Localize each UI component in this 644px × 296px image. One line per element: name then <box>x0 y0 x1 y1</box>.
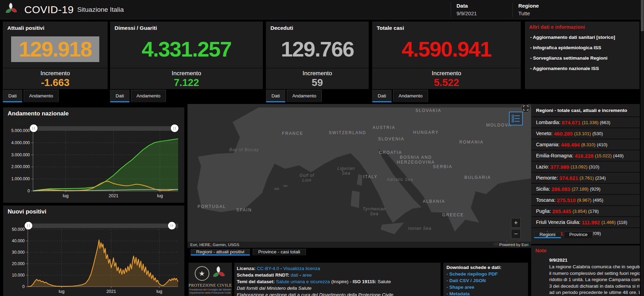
card-tabs-deceduti: Dati Andamento <box>266 90 322 102</box>
map-legend-button[interactable] <box>509 112 523 125</box>
tab-regioni[interactable]: Regioni <box>534 232 561 238</box>
page-scrollbar[interactable] <box>641 0 644 296</box>
tab-regioni-attuali-positivi[interactable]: Regioni - attuali positivi <box>191 249 250 255</box>
footer-logo-line2: Dipartimento della Protezione Civile <box>189 291 232 294</box>
map-attribution-bar: Esri, HERE, Garmin, USGS Powered by Esri <box>187 242 531 248</box>
card-title: Deceduti <box>266 21 369 31</box>
tab-province[interactable]: Province <box>564 232 593 238</box>
license-text: ISO 19115: <box>353 279 376 284</box>
region-attuali: (3.854) <box>572 209 587 214</box>
app-subtitle: Situazione Italia <box>77 6 124 14</box>
svg-text:2021: 2021 <box>106 289 116 294</box>
region-attuali: (13.092) <box>571 164 587 169</box>
tab-dati[interactable]: Dati <box>372 90 392 102</box>
region-attuali: (15.022) <box>595 153 612 158</box>
tab-andamento[interactable]: Andamento <box>287 90 322 102</box>
card-value: 4.590.941 <box>402 38 491 60</box>
region-incremento: (929) <box>590 186 600 192</box>
star-emblem-icon: ★ <box>195 266 209 281</box>
region-incremento: (234) <box>595 175 605 181</box>
region-totale-casi: 377.989 <box>550 164 569 170</box>
note-text-line: il numero complessivo del setting fuori … <box>549 270 640 277</box>
region-row[interactable]: Lazio:377.989(13.092)(310) <box>531 161 640 172</box>
time-slider-track[interactable] <box>33 126 178 131</box>
license-link[interactable]: CC-BY-4.0 <box>257 266 279 271</box>
license-link[interactable]: Visualizza licenza <box>283 266 320 271</box>
country-label-serbia: SERBIA <box>433 164 452 169</box>
tab-dati[interactable]: Dati <box>110 90 129 102</box>
water-label-ionian-sea: Ionian Sea <box>408 226 431 231</box>
powered-by-esri[interactable]: Powered by Esri <box>499 243 528 247</box>
region-name: Friuli Venezia Giulia: <box>536 219 580 225</box>
download-link[interactable]: - Shape aree <box>446 285 528 290</box>
region-attuali: (3.761) <box>579 175 594 181</box>
region-row[interactable]: Toscana:275.510(9.967)(495) <box>531 194 640 205</box>
tab-dati[interactable]: Dati <box>266 90 285 102</box>
country-label-france: FRANCE <box>282 131 303 136</box>
country-label-moldova: MOLDOVA <box>486 123 511 128</box>
license-link[interactable]: aree <box>302 272 312 278</box>
license-link[interactable]: dati <box>291 272 298 278</box>
tab-province-casi-totali[interactable]: Province - casi totali <box>253 249 306 255</box>
card-tabs-dimessi: Dati Andamento <box>110 90 166 102</box>
water-label-ligurian-sea: Ligurian Sea <box>337 166 355 176</box>
footer-logo-title: PROTEZIONE CIVILE <box>189 283 232 288</box>
time-slider-handle-left[interactable] <box>30 124 37 132</box>
andamento-nazionale-panel: Andamento nazionale 5.000.0004.000.0003.… <box>3 107 184 203</box>
tab-dati[interactable]: Dati <box>3 90 22 102</box>
tab-andamento[interactable]: Andamento <box>24 90 59 102</box>
date-value: 9/9/2021 <box>457 10 518 16</box>
region-totale-casi: 460.285 <box>554 131 573 137</box>
card-title: Totale casi <box>372 21 521 31</box>
time-slider-handle-right[interactable] <box>168 222 176 229</box>
region-row[interactable]: Puglia:265.445(3.854)(178) <box>531 205 640 216</box>
altri-dati-link[interactable]: - Aggiornamento dati sanitari [storico] <box>529 34 633 40</box>
water-label-tyrrhenian-sea: Tyrrhenian Sea <box>363 207 386 216</box>
card-dimessi-guariti: Dimessi / Guariti 4.331.257 Incremento 7… <box>110 21 263 89</box>
region-totale-casi: 275.510 <box>557 197 576 203</box>
country-label-spain: SPAIN <box>236 208 252 212</box>
time-slider-handle-right[interactable] <box>171 124 178 132</box>
region-row[interactable]: Emilia-Romagna:416.228(15.022)(449) <box>531 150 640 161</box>
incremento-value: -1.663 <box>3 78 108 88</box>
europe-map[interactable]: FRANCESWITZERLANDAUSTRIASLOVAKIAHUNGARYM… <box>187 104 531 248</box>
download-link[interactable]: - Dati CSV / JSON <box>446 278 528 283</box>
svg-text:20.000: 20.000 <box>12 261 25 266</box>
card-tabs-totale: Dati Andamento <box>372 90 428 102</box>
download-link[interactable]: - Schede riepilogo PDF <box>446 271 528 277</box>
country-label-austria: AUSTRIA <box>373 125 395 130</box>
region-row[interactable]: Piemonte:374.621(3.761)(234) <box>531 172 640 183</box>
svg-text:4.000.000: 4.000.000 <box>11 140 30 145</box>
header-date-section: Data 9/9/2021 <box>451 2 518 17</box>
country-label-greece: GREECE <box>442 212 464 217</box>
country-label-italy: ITALY <box>363 174 378 179</box>
country-label-bulgaria: BULGARIA <box>465 175 491 180</box>
altri-dati-link[interactable]: - Infografica epidemiologica ISS <box>529 45 633 51</box>
download-link[interactable]: - Metadata <box>446 291 528 296</box>
svg-text:0: 0 <box>22 284 25 289</box>
time-slider-track[interactable] <box>28 224 178 228</box>
altri-dati-panel: Altri dati e informazioni - Aggiornament… <box>525 21 639 89</box>
water-label-bay-of-biscay: Bay of Biscay <box>229 147 259 152</box>
region-row[interactable]: Veneto:460.285(13.101)(530) <box>531 128 640 139</box>
map-zoom-in-button[interactable]: + <box>511 218 521 228</box>
region-row[interactable]: Lombardia:874.671(11.338)(663) <box>531 116 640 128</box>
tab-andamento[interactable]: Andamento <box>393 90 428 102</box>
altri-dati-link[interactable]: - Aggiornamento nazionale ISS <box>529 66 633 71</box>
time-slider-handle-left[interactable] <box>25 222 32 229</box>
license-link[interactable]: Salute umana e sicurezza <box>276 279 330 284</box>
svg-text:30.000: 30.000 <box>12 250 25 255</box>
region-name: Piemonte: <box>536 175 558 181</box>
altri-dati-link[interactable]: - Sorveglianza settimanale Regioni <box>529 55 633 61</box>
card-totale-casi: Totale casi 4.590.941 Incremento 5.522 <box>372 21 521 89</box>
region-row[interactable]: Friuli Venezia Giulia:111.992(1.466)(118… <box>531 216 640 227</box>
region-row[interactable]: Sicilia:286.083(27.189)(929) <box>531 183 640 194</box>
license-italic-line: Elaborazione e gestione dati a cura del … <box>237 291 441 296</box>
tab-andamento[interactable]: Andamento <box>131 90 166 102</box>
region-name: Puglia: <box>536 208 551 214</box>
region-row[interactable]: Campania:449.494(8.310)(410) <box>531 139 640 150</box>
scrollbar-thumb[interactable] <box>641 0 644 31</box>
map-zoom-out-button[interactable]: − <box>511 229 521 239</box>
card-title: Attuali positivi <box>3 21 108 31</box>
chart-title: Andamento nazionale <box>8 110 69 117</box>
